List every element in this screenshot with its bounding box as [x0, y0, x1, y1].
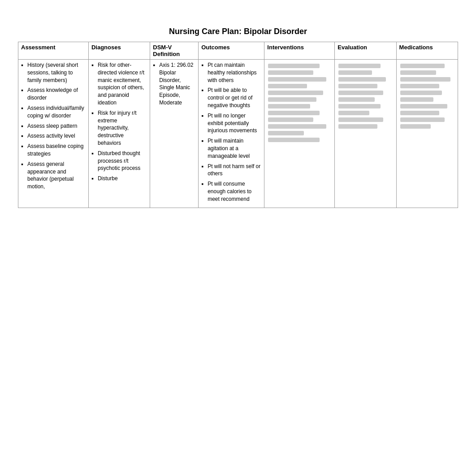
list-item: ▪Risk for other-directed violence r/t ma…	[91, 61, 147, 107]
interventions-cell	[264, 60, 335, 208]
bullet-icon: ▪	[21, 160, 26, 168]
outcomes-list: ▪Pt can maintain healthy relationships w…	[201, 61, 261, 203]
bullet-icon: ▪	[21, 87, 26, 94]
list-item: ▪Assess baseline coping strategies	[21, 143, 86, 158]
list-item: ▪Pt will no longer exhibit potentially i…	[201, 112, 261, 134]
interventions-content	[267, 64, 332, 142]
header-evaluation: Evaluation	[335, 42, 396, 60]
list-item: ▪History (several short sessions, talkin…	[21, 61, 86, 84]
list-item: ▪Assess general appearance and behavior …	[21, 160, 86, 191]
dsm-list: ▪Axis 1: 296.02 Bipolar Disorder, Single…	[153, 61, 195, 107]
header-diagnoses: Diagnoses	[88, 42, 150, 60]
header-dsm: DSM-V Definition	[150, 42, 199, 60]
bullet-icon: ▪	[91, 175, 96, 182]
assessment-cell: ▪History (several short sessions, talkin…	[18, 60, 89, 208]
list-item: ▪Assess individual/family coping w/ diso…	[21, 104, 86, 120]
bullet-icon: ▪	[21, 61, 26, 69]
list-item: ▪Assess activity level	[21, 132, 86, 140]
bullet-icon: ▪	[21, 104, 26, 112]
list-item: ▪Pt will not harm self or others	[201, 163, 261, 178]
list-item: ▪Axis 1: 296.02 Bipolar Disorder, Single…	[153, 61, 195, 107]
evaluation-content	[338, 64, 393, 129]
assessment-list: ▪History (several short sessions, talkin…	[21, 61, 86, 191]
bullet-icon: ▪	[153, 61, 157, 69]
list-item: ▪Assess sleep pattern	[21, 122, 86, 130]
list-item: ▪Pt will consume enough calories to meet…	[201, 180, 261, 203]
list-item: ▪Pt can maintain healthy relationships w…	[201, 61, 261, 84]
medications-content	[399, 64, 455, 129]
bullet-icon: ▪	[201, 180, 206, 188]
list-item: ▪Risk for injury r/t extreme hyperactivi…	[91, 109, 147, 147]
bullet-icon: ▪	[21, 132, 26, 140]
diagnoses-list: ▪Risk for other-directed violence r/t ma…	[91, 61, 147, 182]
header-interventions: Interventions	[264, 42, 335, 60]
diagnoses-cell: ▪Risk for other-directed violence r/t ma…	[88, 60, 150, 208]
header-assessment: Assessment	[18, 42, 89, 60]
bullet-icon: ▪	[91, 150, 96, 157]
dsm-cell: ▪Axis 1: 296.02 Bipolar Disorder, Single…	[150, 60, 199, 208]
bullet-icon: ▪	[91, 109, 96, 117]
bullet-icon: ▪	[201, 137, 206, 145]
header-medications: Medications	[396, 42, 458, 60]
outcomes-cell: ▪Pt can maintain healthy relationships w…	[199, 60, 264, 208]
bullet-icon: ▪	[201, 163, 206, 170]
list-item: ▪Disturbe	[91, 175, 147, 182]
bullet-icon: ▪	[91, 61, 96, 69]
evaluation-cell	[335, 60, 396, 208]
bullet-icon: ▪	[21, 143, 26, 150]
bullet-icon: ▪	[201, 112, 206, 120]
list-item: ▪Assess knowledge of disorder	[21, 87, 86, 102]
bullet-icon: ▪	[201, 61, 206, 69]
care-plan-table: Assessment Diagnoses DSM-V Definition Ou…	[18, 42, 458, 208]
list-item: ▪Pt will maintain agitation at a managea…	[201, 137, 261, 160]
list-item: ▪Pt will be able to control or get rid o…	[201, 87, 261, 109]
bullet-icon: ▪	[201, 87, 206, 94]
medications-cell	[396, 60, 458, 208]
page-wrapper: Nursing Care Plan: Bipolar Disorder Asse…	[0, 0, 476, 451]
header-outcomes: Outcomes	[199, 42, 264, 60]
page-title: Nursing Care Plan: Bipolar Disorder	[18, 27, 458, 36]
list-item: ▪Disturbed thought processes r/t psychot…	[91, 150, 147, 172]
bullet-icon: ▪	[21, 122, 26, 130]
